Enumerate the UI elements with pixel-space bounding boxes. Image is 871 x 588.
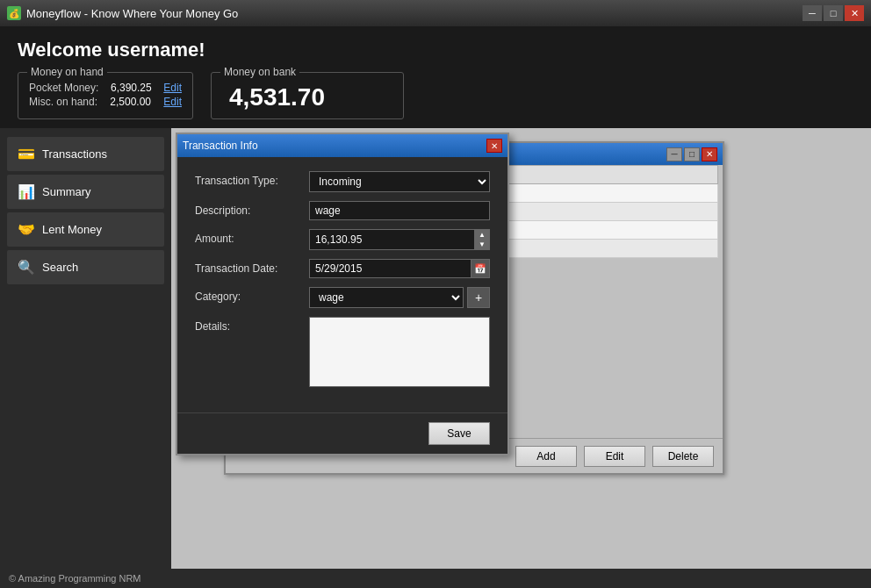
- title-bar-left: 💰 Moneyflow - Know Where Your Money Go: [7, 6, 238, 20]
- pocket-money-row: Pocket Money: 6,390.25 Edit: [29, 82, 182, 94]
- amount-down-button[interactable]: ▼: [475, 240, 489, 249]
- misc-label: Misc. on hand:: [29, 96, 97, 108]
- dialog-title: Transaction Info: [183, 140, 258, 152]
- dialog-title-bar: Transaction Info ✕: [177, 134, 507, 157]
- date-wrapper: 📅: [309, 259, 490, 278]
- misc-value: 2,500.00: [110, 96, 151, 108]
- transaction-type-label: Transaction Type:: [195, 171, 309, 187]
- sidebar-summary-label: Summary: [42, 185, 91, 198]
- middle-section: 💳 Transactions 📊 Summary 🤝 Lent Money 🔍 …: [0, 128, 871, 588]
- sidebar-item-summary[interactable]: 📊 Summary: [7, 175, 164, 209]
- description-label: Description:: [195, 201, 309, 217]
- main-area: Transactions ─ □ ✕ Details Type: [171, 128, 871, 588]
- category-select[interactable]: wage food utilities entertainment: [309, 287, 464, 308]
- money-on-bank-label: Money on bank: [220, 66, 299, 78]
- dialog-footer: Save: [177, 412, 507, 454]
- dialog-body: Transaction Type: Incoming Outgoing Desc…: [177, 157, 507, 412]
- transaction-info-dialog: Transaction Info ✕ Transaction Type: Inc…: [176, 133, 509, 455]
- inner-title-buttons: ─ □ ✕: [666, 147, 717, 161]
- money-cards: Money on hand Pocket Money: 6,390.25 Edi…: [18, 72, 853, 119]
- inner-close-button[interactable]: ✕: [702, 147, 717, 161]
- date-control: 📅: [309, 259, 490, 278]
- transaction-type-row: Transaction Type: Incoming Outgoing: [195, 171, 490, 192]
- money-on-hand-card: Money on hand Pocket Money: 6,390.25 Edi…: [18, 72, 193, 119]
- sidebar-transactions-label: Transactions: [42, 147, 107, 161]
- misc-money-row: Misc. on hand: 2,500.00 Edit: [29, 96, 182, 108]
- bank-amount: 4,531.70: [229, 83, 385, 111]
- summary-icon: 📊: [18, 183, 35, 200]
- title-bar: 💰 Moneyflow - Know Where Your Money Go ─…: [0, 0, 871, 26]
- transaction-type-control: Incoming Outgoing: [309, 171, 490, 192]
- details-row: Details:: [195, 317, 490, 390]
- category-control: wage food utilities entertainment +: [309, 287, 490, 308]
- pocket-money-value: 6,390.25: [111, 82, 152, 94]
- app-title: Moneyflow - Know Where Your Money Go: [26, 7, 238, 20]
- details-label: Details:: [195, 317, 309, 333]
- description-control: [309, 201, 490, 220]
- description-input[interactable]: [309, 201, 490, 220]
- footer-copyright: © Amazing Programming NRM: [9, 573, 141, 584]
- maximize-button[interactable]: □: [824, 5, 843, 21]
- sidebar-item-transactions[interactable]: 💳 Transactions: [7, 137, 164, 171]
- category-row: Category: wage food utilities entertainm…: [195, 287, 490, 308]
- money-on-hand-label: Money on hand: [27, 66, 107, 78]
- app-icon: 💰: [7, 6, 21, 20]
- transaction-type-select[interactable]: Incoming Outgoing: [309, 171, 490, 192]
- pocket-money-edit[interactable]: Edit: [163, 82, 182, 94]
- amount-spinners: ▲ ▼: [474, 229, 490, 250]
- search-icon: 🔍: [18, 259, 35, 276]
- title-bar-buttons: ─ □ ✕: [803, 5, 864, 21]
- amount-label: Amount:: [195, 229, 309, 245]
- misc-edit[interactable]: Edit: [163, 96, 182, 108]
- sidebar: 💳 Transactions 📊 Summary 🤝 Lent Money 🔍 …: [0, 128, 171, 588]
- add-category-button[interactable]: +: [467, 287, 490, 308]
- minimize-button[interactable]: ─: [803, 5, 822, 21]
- amount-up-button[interactable]: ▲: [475, 230, 489, 240]
- inner-minimize-button[interactable]: ─: [666, 147, 682, 161]
- description-row: Description:: [195, 201, 490, 220]
- amount-input[interactable]: [309, 229, 474, 250]
- amount-control: ▲ ▼: [309, 229, 490, 250]
- lent-money-icon: 🤝: [18, 221, 35, 238]
- edit-button[interactable]: Edit: [584, 446, 645, 467]
- details-textarea[interactable]: [309, 317, 490, 387]
- dialog-close-button[interactable]: ✕: [486, 139, 502, 153]
- sidebar-lent-label: Lent Money: [42, 223, 102, 236]
- category-wrapper: wage food utilities entertainment +: [309, 287, 490, 308]
- date-input[interactable]: [309, 259, 471, 278]
- close-button[interactable]: ✕: [845, 5, 864, 21]
- category-label: Category:: [195, 287, 309, 303]
- details-control: [309, 317, 490, 390]
- money-on-bank-card: Money on bank 4,531.70: [211, 72, 404, 119]
- inner-maximize-button[interactable]: □: [684, 147, 700, 161]
- app-footer: © Amazing Programming NRM: [0, 569, 871, 588]
- transactions-icon: 💳: [18, 146, 35, 162]
- date-picker-button[interactable]: 📅: [471, 259, 490, 278]
- add-button[interactable]: Add: [515, 446, 577, 467]
- main-content: Welcome username! Money on hand Pocket M…: [0, 26, 871, 588]
- save-button[interactable]: Save: [428, 422, 490, 445]
- date-label: Transaction Date:: [195, 259, 309, 275]
- sidebar-item-lent-money[interactable]: 🤝 Lent Money: [7, 212, 164, 247]
- sidebar-search-label: Search: [42, 261, 78, 274]
- welcome-header: Welcome username! Money on hand Pocket M…: [0, 26, 871, 128]
- amount-wrapper: ▲ ▼: [309, 229, 490, 250]
- date-row: Transaction Date: 📅: [195, 259, 490, 278]
- sidebar-item-search[interactable]: 🔍 Search: [7, 250, 164, 284]
- pocket-money-label: Pocket Money:: [29, 82, 98, 94]
- welcome-title: Welcome username!: [18, 39, 853, 61]
- delete-button[interactable]: Delete: [652, 446, 714, 467]
- amount-row: Amount: ▲ ▼: [195, 229, 490, 250]
